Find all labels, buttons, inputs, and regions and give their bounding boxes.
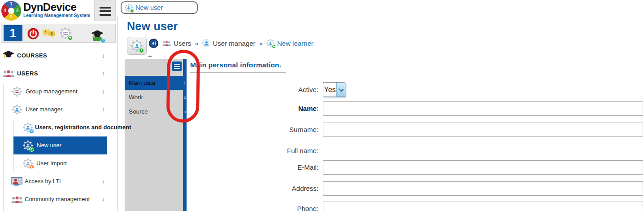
new-learner-breadcrumb-icon: +: [266, 39, 274, 47]
breadcrumb-user-manager[interactable]: User manager: [213, 40, 256, 47]
form-tab-work[interactable]: Work: [125, 90, 183, 104]
group-gear-icon: [12, 87, 22, 97]
user-import-icon: [23, 158, 33, 168]
sidebar-header: 1 2 3 4 DynDevice Learning Management Sy…: [0, 0, 117, 22]
add-user-gear-icon[interactable]: +: [60, 27, 71, 39]
section-title: Main personal information.: [190, 61, 281, 69]
new-user-gear-icon: +: [131, 40, 143, 52]
users-registrations-icon: ≡: [23, 123, 33, 132]
page-title: New user: [127, 20, 178, 33]
active-select-value: Yes: [323, 83, 336, 97]
surname-label: Surname:: [190, 123, 318, 137]
email-label: E-Mail:: [190, 160, 318, 175]
breadcrumb: Users » User manager » + New learner: [162, 37, 313, 49]
logo-text: DynDevice Learning Management System: [23, 1, 91, 18]
quick-toolbar: 1 + ≡: [1, 24, 116, 43]
graduation-cap-icon: [3, 51, 14, 61]
users-group-icon: [3, 70, 14, 79]
sidebar-item-user-manager[interactable]: User manager ↑: [0, 101, 117, 119]
expand-arrow[interactable]: ↓: [99, 83, 108, 101]
breadcrumb-new-learner[interactable]: New learner: [277, 40, 313, 47]
user-form-panel: Main data Work Source 1 2 3 Main persona…: [125, 59, 644, 211]
expand-arrow[interactable]: ↓: [99, 47, 108, 65]
phone-input[interactable]: [323, 202, 643, 211]
brand-name: DynDevice: [23, 1, 91, 13]
chevron-down-icon[interactable]: [336, 83, 345, 97]
hamburger-icon: [100, 7, 111, 9]
messages-chat-icon[interactable]: [43, 28, 55, 40]
form-tab-main-data[interactable]: Main data: [125, 76, 187, 90]
sidebar-item-users-registrations[interactable]: ≡ Users, registrations and document: [0, 119, 117, 136]
form-content: Main personal information. Active: Yes N…: [190, 59, 644, 211]
toolbar-dropdown-dash: [148, 56, 152, 57]
name-input[interactable]: [323, 101, 643, 116]
sidebar-item-access-by-lti[interactable]: Access by LTI ↓: [0, 172, 117, 190]
community-people-icon: [11, 196, 23, 205]
name-label: Name:: [190, 101, 318, 116]
phone-label: Phone:: [190, 202, 318, 211]
form-tab-number: 1: [183, 81, 187, 85]
active-select[interactable]: Yes: [323, 82, 345, 97]
logout-power-icon[interactable]: [27, 28, 39, 41]
email-input[interactable]: [323, 160, 643, 175]
back-button[interactable]: [149, 39, 158, 50]
sidebar-item-users[interactable]: USERS ↑: [0, 65, 117, 83]
lti-monitor-icon: [11, 177, 22, 188]
sidebar-item-user-import[interactable]: User Import: [0, 154, 117, 172]
sidebar-hamburger-button[interactable]: [94, 0, 116, 21]
surname-input[interactable]: [323, 123, 643, 137]
new-user-gear-icon: +: [23, 141, 33, 150]
dyndevice-logo-icon: 1 2 3 4: [1, 1, 21, 21]
active-label: Active:: [190, 82, 318, 97]
collapse-arrow[interactable]: ↑: [99, 65, 108, 83]
expand-arrow[interactable]: ↓: [99, 172, 108, 190]
app-root: 1 2 3 4 DynDevice Learning Management Sy…: [0, 0, 644, 211]
section-title-underline: [190, 72, 286, 73]
form-tab-number: 2: [183, 96, 187, 100]
open-window-tabs: + New user: [117, 0, 644, 15]
new-user-toolbar-button[interactable]: +: [127, 37, 147, 55]
training-courses-icon[interactable]: ≡: [91, 30, 104, 41]
window-tab-new-user[interactable]: + New user: [121, 1, 198, 14]
collapse-arrow[interactable]: ↑: [99, 101, 108, 119]
user-manager-breadcrumb-icon: [202, 39, 210, 47]
users-breadcrumb-icon: [162, 40, 171, 46]
workspace-number-tile[interactable]: 1: [4, 25, 22, 41]
address-label: Address:: [190, 181, 318, 196]
expand-arrow[interactable]: ↓: [99, 190, 108, 208]
new-user-gear-icon: +: [125, 4, 133, 12]
form-tab-number: 3: [183, 110, 187, 114]
form-tabs-hamburger-icon[interactable]: [172, 62, 182, 71]
sidebar-item-community-management[interactable]: Community management ↓: [0, 190, 117, 208]
sidebar-item-new-user-active[interactable]: + New user: [13, 136, 107, 154]
main-window: New user + Users » User manager »: [117, 16, 644, 211]
full-name-label: Full name:: [190, 144, 318, 158]
form-tab-source[interactable]: Source: [125, 105, 183, 119]
brand-tagline: Learning Management System: [23, 13, 91, 18]
sidebar-item-courses[interactable]: COURSES ↓: [0, 47, 117, 65]
sidebar-item-group-management[interactable]: Group management ↓: [0, 83, 117, 101]
address-input[interactable]: [323, 181, 643, 196]
breadcrumb-users[interactable]: Users: [174, 40, 191, 47]
sidebar: 1 2 3 4 DynDevice Learning Management Sy…: [0, 0, 117, 211]
user-gear-icon: [12, 105, 22, 114]
